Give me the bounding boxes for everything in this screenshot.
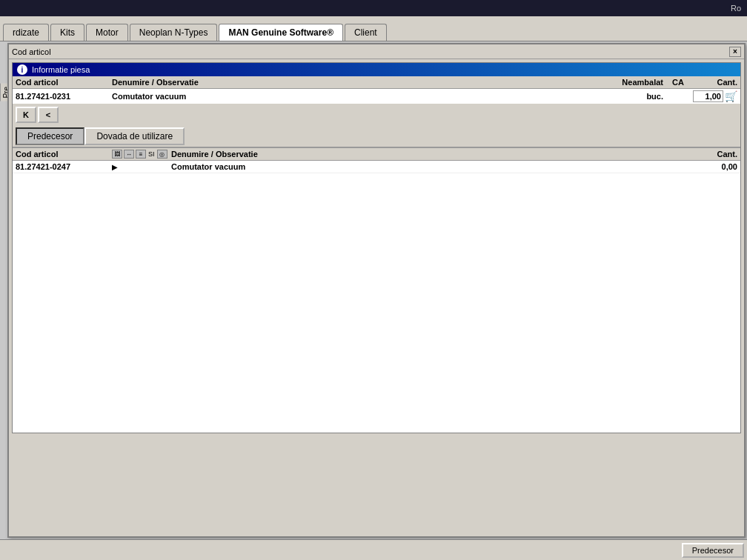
header-denumire: Denumire / Observatie <box>112 78 604 87</box>
icon-list: ≡ <box>136 150 146 159</box>
second-table-header: Cod articol 🖼 ↔ ≡ SI ◎ Denumire / Observ… <box>13 147 740 161</box>
row-cod: 81.27421-0231 <box>16 92 112 101</box>
main-table-header: Cod articol Denumire / Observatie Neamba… <box>13 76 740 89</box>
second-header-cant: Cant. <box>693 150 737 159</box>
second-row-cant: 0,00 <box>693 162 737 171</box>
action-tab-buttons: Predecesor Dovada de utilizare <box>13 126 740 147</box>
tab-bar: rdizate Kits Motor Neoplan N-Types MAN G… <box>0 16 747 41</box>
row-denumire: Comutator vacuum <box>112 92 604 101</box>
inner-dialog-title: Informatie piesa <box>32 65 90 74</box>
predecesor-tab-button[interactable]: Predecesor <box>16 127 84 145</box>
header-ca: CA <box>663 78 693 87</box>
tab-client[interactable]: Client <box>345 24 387 41</box>
dovada-tab-button[interactable]: Dovada de utilizare <box>84 127 185 145</box>
row-cant: 1,00 🛒 <box>693 90 737 102</box>
main-content: Pre Cod articol × i Informatie piesa Cod… <box>0 41 747 560</box>
header-cant: Cant. <box>693 78 737 87</box>
bottom-predecesor-button[interactable]: Predecesor <box>682 543 744 558</box>
bottom-bar: Predecesor <box>0 539 747 560</box>
top-bar: Ro <box>0 0 747 16</box>
outer-dialog: Cod articol × i Informatie piesa Cod art… <box>7 43 746 538</box>
close-button[interactable]: × <box>729 47 741 57</box>
icon-circle: ◎ <box>157 150 167 159</box>
row-arrow-icon: ▶ <box>112 163 118 171</box>
top-right-text: Ro <box>731 4 741 13</box>
first-button[interactable]: K <box>16 107 36 123</box>
nav-buttons: K < <box>13 104 740 126</box>
second-header-denumire: Denumire / Observatie <box>171 150 693 159</box>
tab-kits[interactable]: Kits <box>50 24 84 41</box>
cart-icon[interactable]: 🛒 <box>725 90 737 102</box>
inner-dialog: i Informatie piesa Cod articol Denumire … <box>12 62 741 433</box>
second-table-empty <box>13 173 740 433</box>
second-header-cod: Cod articol <box>16 150 112 159</box>
cant-value: 1,00 <box>693 90 723 102</box>
second-table-row[interactable]: 81.27421-0247 ▶ Comutator vacuum 0,00 <box>13 161 740 173</box>
si-label: SI <box>148 150 155 158</box>
icon-img: 🖼 <box>112 150 122 159</box>
header-cod-articol: Cod articol <box>16 78 112 87</box>
tab-neoplan[interactable]: Neoplan N-Types <box>130 24 218 41</box>
tab-rdizate[interactable]: rdizate <box>3 24 49 41</box>
tab-motor[interactable]: Motor <box>86 24 128 41</box>
outer-dialog-header: Cod articol × <box>9 44 744 59</box>
inner-dialog-header: i Informatie piesa <box>13 63 740 76</box>
second-header-icons: 🖼 ↔ ≡ SI ◎ <box>112 150 171 159</box>
prev-button[interactable]: < <box>38 107 59 123</box>
main-table-row[interactable]: 81.27421-0231 Comutator vacuum buc. 1,00… <box>13 89 740 104</box>
info-icon: i <box>17 64 27 75</box>
outer-dialog-title: Cod articol <box>12 47 51 56</box>
second-row-cod: 81.27421-0247 <box>16 162 112 171</box>
header-neambalat: Neambalat <box>604 78 663 87</box>
icon-arrow: ↔ <box>124 150 134 159</box>
row-neambalat: buc. <box>604 92 663 101</box>
second-row-icons: ▶ <box>112 163 171 171</box>
second-row-denumire: Comutator vacuum <box>171 162 693 171</box>
tab-man[interactable]: MAN Genuine Software® <box>219 24 343 41</box>
